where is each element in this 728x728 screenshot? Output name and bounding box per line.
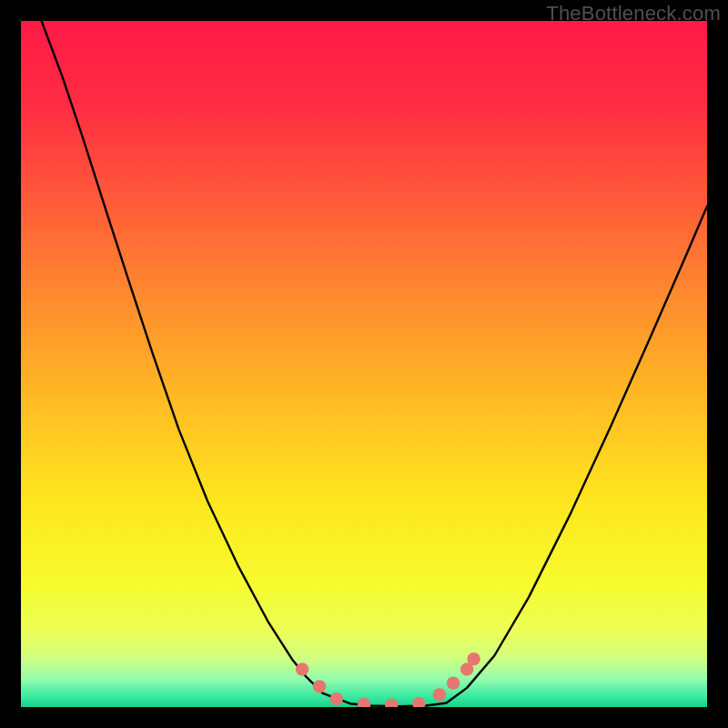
curve-marker — [296, 662, 308, 675]
curve-marker — [330, 693, 343, 705]
watermark-text: TheBottleneck.com — [546, 2, 721, 25]
curve-marker — [433, 688, 446, 701]
curve-marker — [358, 698, 370, 707]
outer-frame: TheBottleneck.com — [0, 0, 728, 728]
curve-marker — [447, 676, 460, 689]
curve-marker — [412, 697, 425, 707]
plot-area — [21, 21, 707, 707]
bottleneck-curve — [21, 21, 707, 707]
curve-marker — [313, 680, 326, 693]
curve-marker — [467, 652, 480, 665]
curve-marker — [385, 699, 398, 708]
